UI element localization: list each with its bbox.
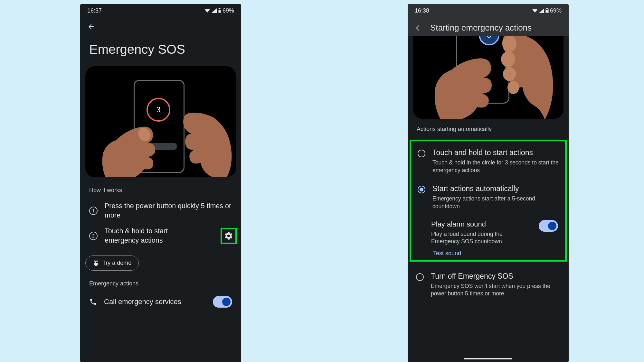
option-turn-off[interactable]: Turn off Emergency SOS Emergency SOS won…	[408, 264, 569, 305]
battery-percent: 69%	[223, 7, 234, 14]
test-sound-link[interactable]: Test sound	[411, 247, 565, 257]
signal-icon	[212, 8, 217, 13]
phone-starting-actions: 16:38 69% Starting emergency actions 5	[408, 4, 569, 362]
battery-icon	[218, 8, 221, 13]
gear-icon[interactable]	[224, 231, 233, 240]
status-indicators: 69%	[532, 7, 562, 14]
option-title: Turn off Emergency SOS	[431, 272, 560, 281]
svg-rect-1	[219, 8, 220, 9]
hero-illustration: 5	[413, 36, 564, 119]
option-start-auto[interactable]: Start actions automatically Emergency ac…	[411, 179, 565, 215]
wifi-icon	[532, 8, 538, 13]
battery-percent: 69%	[550, 7, 562, 14]
signal-icon	[539, 8, 544, 13]
status-time: 16:38	[415, 7, 429, 14]
hero-illustration: 3 ×	[85, 66, 236, 177]
back-arrow-icon[interactable]	[415, 24, 422, 32]
hand-right-icon	[172, 105, 236, 177]
options-highlight-box: Touch and hold to start actions Touch & …	[410, 140, 567, 262]
svg-rect-6	[546, 10, 548, 13]
how-it-works-label: How it works	[80, 177, 241, 198]
radio-icon[interactable]	[416, 273, 424, 281]
option-title: Touch and hold to start actions	[432, 148, 559, 157]
phone-icon	[89, 298, 97, 306]
play-alarm-row: Play alarm sound Play a loud sound durin…	[411, 216, 565, 247]
radio-icon[interactable]	[418, 186, 425, 193]
svg-point-9	[503, 67, 516, 81]
page-title: Emergency SOS	[80, 34, 241, 66]
play-alarm-toggle[interactable]	[539, 220, 558, 232]
option-desc: Emergency SOS won't start when you press…	[431, 283, 560, 298]
status-indicators: 69%	[204, 7, 234, 14]
option-touch-hold[interactable]: Touch and hold to start actions Touch & …	[411, 143, 565, 179]
hand-left-icon	[97, 111, 167, 177]
battery-icon	[545, 8, 549, 13]
try-demo-label: Try a demo	[102, 260, 131, 266]
nav-bar-handle[interactable]	[464, 358, 512, 359]
svg-rect-5	[546, 8, 548, 9]
hand-right-icon	[490, 36, 558, 119]
touch-icon	[93, 260, 99, 266]
svg-point-8	[501, 51, 515, 67]
status-time: 16:37	[87, 7, 102, 14]
action-call-emergency[interactable]: Call emergency services	[80, 292, 241, 312]
action-call-toggle[interactable]	[213, 296, 232, 308]
phone-emergency-sos: 16:37 69% Emergency SOS 3 × How it works…	[80, 4, 241, 362]
radio-icon[interactable]	[418, 150, 425, 157]
app-bar: Starting emergency actions	[408, 17, 569, 36]
back-arrow-icon[interactable]	[87, 23, 95, 31]
status-bar: 16:37 69%	[80, 4, 241, 17]
option-desc: Emergency actions start after a 5-second…	[432, 195, 559, 210]
status-bar: 16:38 69%	[408, 4, 569, 17]
action-call-label: Call emergency services	[104, 298, 181, 306]
svg-point-7	[502, 36, 516, 52]
step-2-text: Touch & hold to start emergency actions	[105, 227, 185, 245]
step-1-text: Press the power button quickly 5 times o…	[105, 201, 232, 220]
play-alarm-title: Play alarm sound	[431, 220, 532, 228]
step-2-number: 2	[89, 232, 98, 240]
option-desc: Touch & hold in the circle for 3 seconds…	[432, 159, 559, 174]
gear-highlight-box	[221, 228, 237, 244]
play-alarm-desc: Play a loud sound during the Emergency S…	[431, 230, 532, 246]
try-demo-button[interactable]: Try a demo	[85, 255, 139, 271]
svg-rect-2	[218, 10, 221, 13]
step-1-number: 1	[89, 207, 98, 215]
wifi-icon	[204, 8, 210, 13]
app-bar	[80, 17, 241, 34]
svg-point-10	[507, 81, 519, 94]
step-2: 2 Touch & hold to start emergency action…	[80, 223, 241, 248]
actions-auto-label: Actions starting automatically	[408, 119, 569, 137]
emergency-actions-label: Emergency actions	[80, 271, 241, 292]
appbar-title: Starting emergency actions	[430, 23, 532, 33]
option-title: Start actions automatically	[432, 184, 559, 193]
step-1: 1 Press the power button quickly 5 times…	[80, 198, 241, 223]
